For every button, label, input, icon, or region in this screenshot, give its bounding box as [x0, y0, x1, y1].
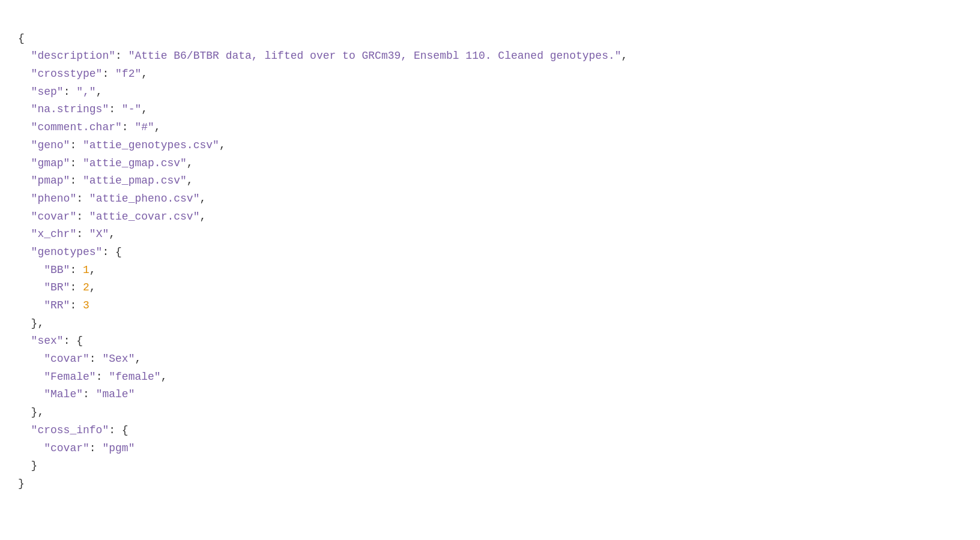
female-comma: , — [161, 371, 168, 383]
covar-comma: , — [199, 211, 206, 223]
male-key: "Male" — [18, 388, 83, 400]
crosstype-comma: , — [141, 68, 148, 80]
cross-info-covar-key: "covar" — [18, 442, 89, 454]
crosstype-key: "crosstype" — [18, 68, 102, 80]
pheno-key: "pheno" — [18, 193, 76, 205]
pheno-colon: : — [76, 193, 89, 205]
na-strings-comma: , — [141, 103, 148, 115]
geno-comma: , — [219, 139, 226, 151]
covar-colon: : — [76, 211, 89, 223]
crosstype-colon: : — [102, 68, 115, 80]
sep-comma: , — [96, 86, 103, 98]
sex-opening-brace: { — [76, 335, 83, 347]
genotypes-opening-brace: { — [115, 246, 122, 258]
bb-key: "BB" — [18, 264, 70, 276]
rr-key: "RR" — [18, 299, 70, 311]
cross-info-key: "cross_info" — [18, 424, 109, 436]
cross-info-opening-brace: { — [122, 424, 129, 436]
gmap-colon: : — [70, 157, 83, 169]
cross-info-covar-value: "pgm" — [102, 442, 135, 454]
pmap-comma: , — [187, 175, 193, 187]
br-value: 2 — [83, 281, 89, 293]
br-colon: : — [70, 281, 83, 293]
bb-colon: : — [70, 264, 83, 276]
na-strings-colon: : — [109, 103, 122, 115]
pmap-colon: : — [70, 175, 83, 187]
cross-info-colon: : — [109, 424, 122, 436]
gmap-key: "gmap" — [18, 157, 70, 169]
description-value: "Attie B6/BTBR data, lifted over to GRCm… — [129, 50, 622, 62]
rr-colon: : — [70, 299, 83, 311]
pmap-value: "attie_pmap.csv" — [83, 175, 187, 187]
comment-char-colon: : — [122, 121, 135, 133]
pheno-value: "attie_pheno.csv" — [89, 193, 200, 205]
covar-value: "attie_covar.csv" — [89, 211, 200, 223]
genotypes-key: "genotypes" — [18, 246, 102, 258]
description-key: "description" — [18, 50, 115, 62]
pmap-key: "pmap" — [18, 175, 70, 187]
male-value: "male" — [96, 388, 135, 400]
sex-closing-brace: }, — [18, 406, 44, 418]
br-key: "BR" — [18, 281, 70, 293]
sex-covar-key: "covar" — [18, 353, 89, 365]
cross-info-closing-brace: } — [18, 460, 37, 472]
bb-value: 1 — [83, 264, 89, 276]
geno-colon: : — [70, 139, 83, 151]
comment-char-comma: , — [154, 121, 161, 133]
x-chr-key: "x_chr" — [18, 228, 76, 240]
female-colon: : — [96, 371, 109, 383]
geno-value: "attie_genotypes.csv" — [83, 139, 219, 151]
genotypes-colon: : — [102, 246, 115, 258]
pheno-comma: , — [199, 193, 206, 205]
sep-key: "sep" — [18, 86, 64, 98]
br-comma: , — [89, 281, 96, 293]
sex-covar-value: "Sex" — [102, 353, 135, 365]
rr-value: 3 — [83, 299, 89, 311]
sex-covar-colon: : — [89, 353, 103, 365]
comment-char-value: "#" — [135, 121, 154, 133]
gmap-comma: , — [187, 157, 193, 169]
na-strings-key: "na.strings" — [18, 103, 109, 115]
sex-colon: : — [64, 335, 77, 347]
female-key: "Female" — [18, 371, 96, 383]
sep-value: "," — [76, 86, 95, 98]
female-value: "female" — [109, 371, 160, 383]
x-chr-value: "X" — [89, 228, 109, 240]
genotypes-closing-brace: }, — [18, 317, 44, 329]
male-colon: : — [83, 388, 96, 400]
sex-key: "sex" — [18, 335, 64, 347]
crosstype-value: "f2" — [115, 68, 141, 80]
cross-info-covar-colon: : — [89, 442, 103, 454]
comment-char-key: "comment.char" — [18, 121, 122, 133]
outer-opening-brace: { — [18, 32, 25, 44]
sex-covar-comma: , — [135, 353, 141, 365]
description-comma: , — [622, 50, 628, 62]
geno-key: "geno" — [18, 139, 70, 151]
bb-comma: , — [89, 264, 96, 276]
description-colon: : — [115, 50, 129, 62]
na-strings-value: "-" — [122, 103, 141, 115]
x-chr-comma: , — [109, 228, 115, 240]
sep-colon: : — [64, 86, 77, 98]
x-chr-colon: : — [76, 228, 89, 240]
gmap-value: "attie_gmap.csv" — [83, 157, 187, 169]
outer-closing-brace: } — [18, 478, 25, 490]
covar-key: "covar" — [18, 211, 76, 223]
json-viewer: { "description": "Attie B6/BTBR data, li… — [18, 12, 962, 493]
